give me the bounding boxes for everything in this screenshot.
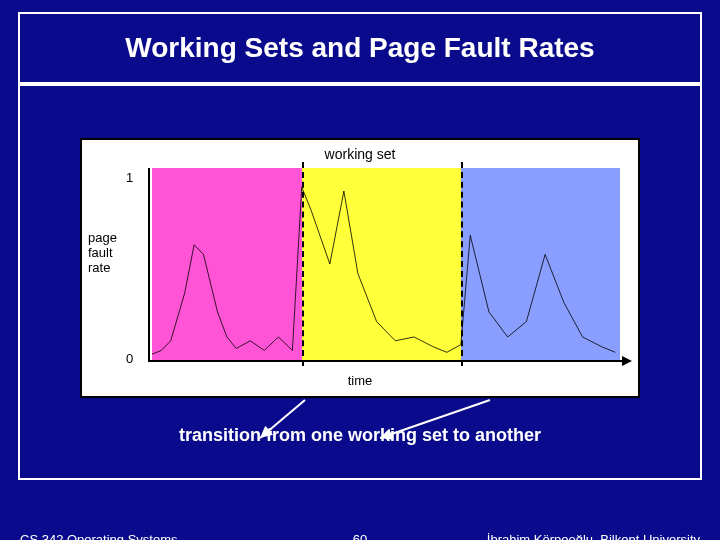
chart-annotation: transition from one working set to anoth… [20,425,700,446]
y-tick-min: 0 [126,351,133,366]
slide-title-box: Working Sets and Page Fault Rates [18,12,702,84]
slide-title: Working Sets and Page Fault Rates [125,32,594,63]
y-axis-label: page fault rate [88,230,117,275]
y-axis [148,168,150,362]
page-fault-curve [152,168,620,360]
chart-title: working set [82,146,638,162]
footer-right: İbrahim Körpeoğlu, Bilkent University [487,532,700,540]
x-axis-label: time [82,373,638,388]
y-tick-max: 1 [126,170,133,185]
x-axis [148,360,624,362]
plot-area [152,168,620,360]
chart-figure: working set 1 0 page fault rate time [80,138,640,398]
x-axis-arrow-icon [622,356,632,366]
slide-content: working set 1 0 page fault rate time [18,84,702,480]
